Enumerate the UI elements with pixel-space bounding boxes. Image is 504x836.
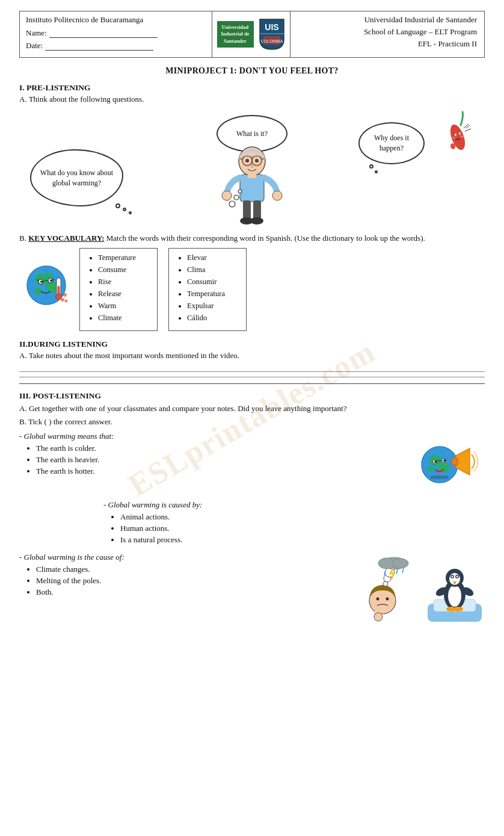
vocab-boxes: Temperature Consume Rise Release Warm Cl… bbox=[79, 248, 485, 331]
svg-point-30 bbox=[250, 217, 263, 224]
svg-point-38 bbox=[46, 273, 53, 277]
section-iii-text-b: B. Tick ( ) the correct answer. bbox=[19, 417, 485, 427]
svg-text:UIS: UIS bbox=[265, 22, 278, 32]
vocab-spanish-item: Consumir bbox=[187, 277, 238, 286]
program-name: EFL - Practicum II bbox=[298, 39, 478, 49]
name-field-line: Name: bbox=[26, 28, 206, 38]
gw-means-section: - Global warming means that: The earth i… bbox=[19, 432, 485, 494]
vocab-english-list: Temperature Consume Rise Release Warm Cl… bbox=[88, 253, 149, 323]
name-underline bbox=[49, 29, 158, 38]
university-name: Universidad Industrial de Santander bbox=[298, 15, 478, 25]
svg-point-21 bbox=[245, 159, 249, 163]
section-i-sub-a: A. Think about the following questions. bbox=[19, 94, 485, 104]
gw-cause-of-option-2: Melting of the poles. bbox=[36, 576, 343, 586]
svg-point-85 bbox=[448, 585, 461, 607]
header-left: Instituto Politecnico de Bucaramanga Nam… bbox=[20, 11, 212, 57]
vocab-english-box: Temperature Consume Rise Release Warm Cl… bbox=[79, 248, 158, 331]
svg-point-32 bbox=[234, 195, 239, 200]
svg-rect-26 bbox=[248, 173, 256, 178]
svg-point-78 bbox=[393, 559, 408, 568]
institution-name: Instituto Politecnico de Bucaramanga bbox=[26, 15, 206, 25]
vocab-english-item: Consume bbox=[98, 265, 149, 274]
gw-means-option-1: The earth is colder. bbox=[36, 444, 407, 453]
gw-cause-of-list: Climate changes. Melting of the poles. B… bbox=[19, 565, 343, 597]
svg-text:COLOMBIA: COLOMBIA bbox=[260, 39, 283, 43]
bubble-left: What do you know about global warming? bbox=[30, 149, 123, 206]
svg-point-65 bbox=[435, 469, 444, 474]
svg-point-43 bbox=[40, 280, 43, 283]
section-iii-heading: III. POST-LISTENING bbox=[19, 391, 485, 401]
header: Instituto Politecnico de Bucaramanga Nam… bbox=[19, 11, 485, 58]
vocab-b-text: Match the words with their corresponding… bbox=[104, 234, 425, 243]
section-i-sub-b: B. KEY VOCABULARY: Match the words with … bbox=[19, 234, 485, 331]
vocab-english-item: Temperature bbox=[98, 253, 149, 262]
hot-pepper-decoration bbox=[440, 107, 476, 158]
svg-point-31 bbox=[238, 190, 242, 193]
vocab-spanish-item: Expulsar bbox=[187, 302, 238, 311]
svg-point-44 bbox=[50, 279, 52, 282]
svg-rect-23 bbox=[240, 175, 264, 202]
svg-point-24 bbox=[222, 191, 232, 200]
svg-line-81 bbox=[402, 568, 404, 573]
date-underline bbox=[45, 42, 153, 51]
svg-point-96 bbox=[453, 607, 463, 612]
section-ii-text: A. Take notes about the most important w… bbox=[19, 351, 485, 361]
svg-point-70 bbox=[376, 597, 380, 600]
gw-caused-right: - Global warming is caused by: Animal ac… bbox=[103, 500, 485, 546]
section-divider bbox=[19, 383, 485, 384]
penguin-illustration bbox=[425, 553, 485, 627]
section-iii: III. POST-LISTENING A. Get together with… bbox=[19, 391, 485, 627]
gw-caused-list: Animal actions. Human actions. Is a natu… bbox=[103, 512, 485, 545]
vocab-spanish-item: Clima bbox=[187, 265, 238, 274]
school-name: School of Language – ELT Program bbox=[298, 27, 478, 37]
section-ii: II.DURING LISTENING A. Take notes about … bbox=[19, 339, 485, 377]
section-i-heading: I. PRE-LISTENING bbox=[19, 83, 485, 93]
svg-point-10 bbox=[452, 137, 456, 139]
vocab-key-vocabulary-label: KEY VOCABULARY: bbox=[28, 234, 104, 243]
vocab-spanish-item: Cálido bbox=[187, 314, 238, 323]
svg-point-72 bbox=[374, 613, 383, 621]
gw-cause-of-option-1: Climate changes. bbox=[36, 565, 343, 574]
worksheet-title: MINIPROJECT 1: DON'T YOU FEEL HOT? bbox=[19, 66, 485, 76]
svg-point-71 bbox=[386, 597, 389, 600]
svg-point-33 bbox=[229, 201, 235, 207]
vocab-spanish-item: Temperatura bbox=[187, 290, 238, 299]
vocab-spanish-list: Elevar Clima Consumir Temperatura Expuls… bbox=[177, 253, 238, 323]
vocab-english-item: Warm bbox=[98, 302, 149, 311]
gw-means-list: The earth is colder. The earth is heavie… bbox=[19, 444, 407, 476]
header-right: Universidad Industrial de Santander Scho… bbox=[290, 11, 485, 57]
section-iii-text-a: A. Get together with one of your classma… bbox=[19, 403, 485, 415]
vocab-english-item: Climate bbox=[98, 314, 149, 323]
gw-cause-of-inner: - Global warming is the cause of: Climat… bbox=[19, 553, 485, 627]
vocab-english-item: Rise bbox=[98, 277, 149, 286]
svg-point-59 bbox=[427, 466, 434, 471]
svg-point-62 bbox=[434, 460, 437, 463]
svg-point-90 bbox=[452, 575, 453, 577]
date-label: Date: bbox=[26, 41, 43, 51]
header-center-logos: Universidad Industrial de Santander UIS … bbox=[212, 11, 290, 57]
gw-caused-option-1: Animal actions. bbox=[120, 512, 485, 522]
gw-means-option-3: The earth is hotter. bbox=[36, 466, 407, 476]
thinking-illustration: What do you know about global warming? W… bbox=[19, 110, 485, 228]
gw-caused-inner: - Global warming is caused by: Animal ac… bbox=[19, 500, 485, 546]
svg-point-8 bbox=[456, 134, 457, 135]
svg-rect-67 bbox=[452, 458, 458, 465]
gw-cause-of-label: - Global warming is the cause of: bbox=[19, 553, 343, 562]
name-label: Name: bbox=[26, 28, 47, 38]
section-i: I. PRE-LISTENING A. Think about the foll… bbox=[19, 83, 485, 331]
university-logo-text: Universidad Industrial de Santander bbox=[217, 21, 254, 47]
svg-point-25 bbox=[272, 191, 282, 200]
gw-means-label: - Global warming means that: bbox=[19, 432, 407, 441]
notes-line-2 bbox=[19, 377, 485, 377]
vocab-spanish-item: Elevar bbox=[187, 253, 238, 262]
svg-line-12 bbox=[464, 124, 469, 128]
svg-point-91 bbox=[456, 575, 458, 577]
vocab-b-prefix: B. bbox=[19, 234, 28, 243]
svg-point-52 bbox=[56, 294, 62, 300]
vocab-spanish-box: Elevar Clima Consumir Temperatura Expuls… bbox=[168, 248, 247, 331]
date-field-line: Date: bbox=[26, 41, 206, 51]
svg-line-14 bbox=[465, 129, 471, 131]
uis-shield-logo: UIS COLOMBIA bbox=[259, 18, 285, 51]
vocab-english-item: Release bbox=[98, 290, 149, 299]
svg-point-11 bbox=[460, 135, 464, 138]
